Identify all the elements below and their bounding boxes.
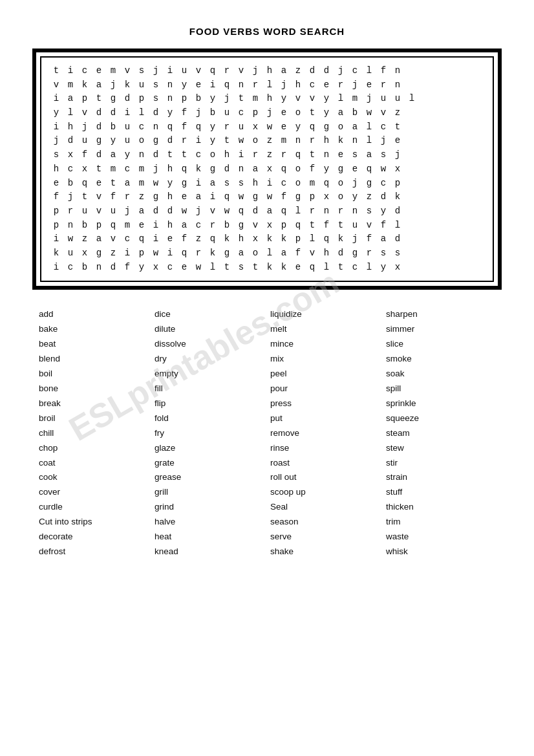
grid-cell: u bbox=[78, 204, 92, 219]
grid-row: pruvujaddwjvwqdaqlrnrnsyd bbox=[49, 204, 485, 219]
grid-cell: d bbox=[248, 204, 262, 219]
grid-cell: j bbox=[348, 177, 362, 191]
grid-cell: q bbox=[277, 162, 291, 177]
word-item: stir bbox=[386, 457, 495, 470]
grid-cell: a bbox=[92, 78, 106, 92]
grid-cell: h bbox=[319, 246, 334, 261]
grid-cell: b bbox=[63, 177, 78, 191]
grid-cell: d bbox=[149, 204, 163, 219]
grid-cell: c bbox=[376, 120, 390, 135]
word-item: dice bbox=[155, 308, 264, 321]
grid-cell: s bbox=[390, 246, 405, 261]
grid-cell: a bbox=[134, 204, 149, 219]
grid-cell: n bbox=[348, 134, 362, 148]
grid-row: iaptgdpsnpbyjtmhyvvylmjuul bbox=[49, 92, 485, 106]
grid-cell: a bbox=[277, 64, 291, 78]
grid-cell: w bbox=[63, 232, 78, 246]
grid-cell: c bbox=[376, 177, 390, 191]
grid-cell: k bbox=[277, 232, 291, 246]
grid-cell: h bbox=[262, 64, 277, 78]
grid-cell: a bbox=[248, 162, 262, 177]
grid-cell: j bbox=[191, 106, 206, 120]
grid-cell: u bbox=[134, 78, 149, 92]
grid-cell: m bbox=[63, 78, 78, 92]
grid-cell: y bbox=[120, 148, 134, 162]
word-item: steam bbox=[386, 427, 495, 440]
word-item: boil bbox=[39, 367, 148, 381]
grid-cell: e bbox=[92, 177, 106, 191]
grid-cell: o bbox=[248, 246, 262, 261]
grid-cell: h bbox=[234, 232, 248, 246]
grid-cell: g bbox=[149, 190, 163, 204]
grid-cell: n bbox=[163, 78, 177, 92]
grid-cell: s bbox=[49, 148, 63, 162]
word-item: dissolve bbox=[155, 338, 264, 351]
grid-cell: m bbox=[134, 162, 149, 177]
grid-cell: p bbox=[49, 204, 63, 219]
grid-cell: i bbox=[63, 64, 78, 78]
grid-cell: x bbox=[390, 162, 405, 177]
grid-row: vmkajkusnyeiqnrljhcerjern bbox=[49, 78, 485, 92]
grid-row: ticemvsjiuvqrvjhazddjclfn bbox=[49, 64, 485, 78]
word-item: grate bbox=[155, 457, 264, 470]
grid-cell: s bbox=[234, 261, 248, 275]
grid-cell: y bbox=[291, 120, 305, 135]
grid-cell: c bbox=[63, 261, 78, 275]
grid-cell: y bbox=[319, 92, 334, 106]
grid-cell: v bbox=[376, 106, 390, 120]
grid-cell: v bbox=[362, 219, 376, 233]
grid-cell: w bbox=[149, 177, 163, 191]
grid-cell: l bbox=[63, 106, 78, 120]
word-item: mix bbox=[270, 352, 379, 366]
grid-cell: i bbox=[49, 261, 63, 275]
grid-cell: z bbox=[262, 148, 277, 162]
grid-cell: d bbox=[163, 204, 177, 219]
grid-cell: y bbox=[206, 134, 220, 148]
grid-cell: k bbox=[262, 261, 277, 275]
word-item: scoop up bbox=[270, 486, 379, 499]
grid-cell: d bbox=[376, 190, 390, 204]
word-item: add bbox=[39, 308, 148, 321]
grid-cell: a bbox=[106, 148, 120, 162]
word-item: decorate bbox=[39, 530, 148, 544]
grid-cell: n bbox=[390, 78, 405, 92]
word-item: roast bbox=[270, 457, 379, 470]
grid-cell: y bbox=[319, 162, 334, 177]
grid-cell: o bbox=[291, 177, 305, 191]
grid-cell: q bbox=[362, 162, 376, 177]
word-search-inner: ticemvsjiuvqrvjhazddjclfnvmkajkusnyeiqnr… bbox=[40, 56, 494, 282]
word-item: halve bbox=[155, 515, 264, 529]
grid-cell: r bbox=[220, 64, 234, 78]
grid-cell: z bbox=[191, 232, 206, 246]
grid-cell: w bbox=[149, 246, 163, 261]
grid-cell: d bbox=[120, 92, 134, 106]
grid-cell: j bbox=[49, 134, 63, 148]
grid-cell: x bbox=[149, 261, 163, 275]
grid-cell: d bbox=[92, 120, 106, 135]
grid-cell: p bbox=[248, 106, 262, 120]
grid-cell: c bbox=[78, 64, 92, 78]
grid-cell: o bbox=[248, 134, 262, 148]
word-item: pour bbox=[270, 382, 379, 396]
grid-cell: q bbox=[191, 120, 206, 135]
grid-cell: k bbox=[262, 232, 277, 246]
word-column: dicedilutedissolvedryemptyfillflipfoldfr… bbox=[155, 308, 264, 559]
grid-cell: b bbox=[206, 106, 220, 120]
grid-cell: d bbox=[390, 204, 405, 219]
grid-cell: a bbox=[362, 148, 376, 162]
grid-cell: u bbox=[390, 92, 405, 106]
grid-cell: r bbox=[277, 148, 291, 162]
word-item: slice bbox=[386, 338, 495, 351]
grid-cell: e bbox=[319, 78, 334, 92]
word-item: stuff bbox=[386, 486, 495, 499]
grid-cell: q bbox=[305, 261, 319, 275]
grid-cell: x bbox=[262, 219, 277, 233]
grid-cell: o bbox=[291, 106, 305, 120]
grid-cell: x bbox=[248, 120, 262, 135]
grid-cell: c bbox=[120, 232, 134, 246]
word-item: Seal bbox=[270, 501, 379, 514]
word-item: fry bbox=[155, 427, 264, 440]
grid-cell: q bbox=[78, 177, 92, 191]
grid-cell: y bbox=[134, 261, 149, 275]
grid-cell: o bbox=[334, 177, 348, 191]
